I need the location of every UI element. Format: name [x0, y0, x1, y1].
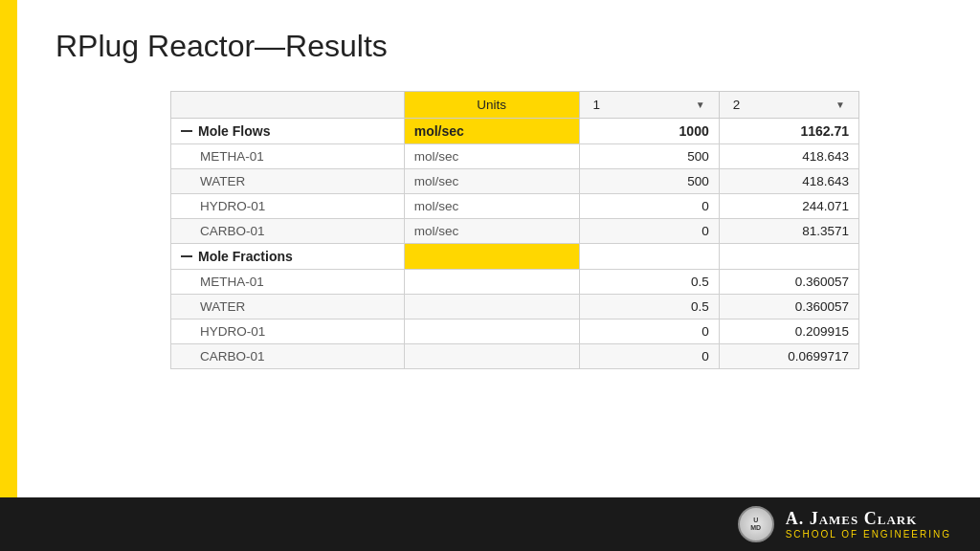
- section-header-1: Mole Fractions: [171, 244, 859, 270]
- row-label: HYDRO-01: [171, 320, 405, 344]
- row-col2-value: 0.0699717: [719, 344, 858, 369]
- header-col1-cell[interactable]: 1 ▼: [579, 92, 719, 119]
- table-row: HYDRO-01mol/sec0244.071: [171, 194, 859, 219]
- row-label: CARBO-01: [171, 344, 405, 369]
- table-row: CARBO-01mol/sec081.3571: [171, 219, 859, 244]
- section-header-col1-0: 1000: [579, 119, 719, 144]
- row-col1-value: 0.5: [579, 295, 719, 320]
- row-units: mol/sec: [404, 169, 579, 194]
- col2-header-inner: 2 ▼: [729, 98, 849, 112]
- page-title: RPlug Reactor—Results: [56, 29, 942, 64]
- school-name: A. James Clark: [786, 509, 918, 529]
- table-row: METHA-010.50.360057: [171, 270, 859, 295]
- university-logo-text: UMD: [750, 517, 761, 531]
- row-col1-value: 0: [579, 344, 719, 369]
- row-col2-value: 244.071: [719, 194, 858, 219]
- row-col1-value: 500: [579, 169, 719, 194]
- table-body: Mole Flowsmol/sec10001162.71METHA-01mol/…: [171, 119, 859, 369]
- footer-text-block: A. James Clark SCHOOL OF ENGINEERING: [786, 509, 951, 540]
- row-units: [404, 270, 579, 295]
- section-header-col2-0: 1162.71: [719, 119, 858, 144]
- table-row: WATER0.50.360057: [171, 295, 859, 320]
- row-col1-value: 0: [579, 320, 719, 344]
- row-col2-value: 418.643: [719, 169, 858, 194]
- collapse-icon[interactable]: [181, 255, 192, 257]
- row-col2-value: 81.3571: [719, 219, 858, 244]
- section-header-col1-1: [579, 244, 719, 270]
- collapse-icon[interactable]: [181, 130, 192, 132]
- table-header-row: Units 1 ▼ 2 ▼: [171, 92, 859, 119]
- results-table-wrapper: Units 1 ▼ 2 ▼ Mole: [170, 91, 859, 369]
- school-dept: SCHOOL OF ENGINEERING: [786, 529, 951, 540]
- row-col1-value: 500: [579, 144, 719, 169]
- row-col2-value: 0.360057: [719, 270, 858, 295]
- col2-dropdown-arrow[interactable]: ▼: [835, 99, 845, 110]
- col1-header-inner: 1 ▼: [590, 98, 709, 112]
- header-units-cell: Units: [404, 92, 579, 119]
- table-row: CARBO-0100.0699717: [171, 344, 859, 369]
- section-header-label-1: Mole Fractions: [171, 244, 405, 270]
- row-col1-value: 0: [579, 194, 719, 219]
- section-header-units-1: [404, 244, 579, 270]
- row-units: mol/sec: [404, 194, 579, 219]
- row-units: mol/sec: [404, 219, 579, 244]
- row-label: WATER: [171, 295, 405, 320]
- header-empty-cell: [171, 92, 405, 119]
- section-header-col2-1: [719, 244, 858, 270]
- row-units: [404, 344, 579, 369]
- row-col1-value: 0.5: [579, 270, 719, 295]
- main-content: RPlug Reactor—Results Units 1 ▼ 2: [17, 0, 980, 398]
- section-header-units-0: mol/sec: [404, 119, 579, 144]
- row-units: [404, 295, 579, 320]
- col2-label: 2: [733, 98, 741, 112]
- section-header-label-0: Mole Flows: [171, 119, 405, 144]
- row-units: [404, 320, 579, 344]
- row-col2-value: 0.209915: [719, 320, 858, 344]
- results-table: Units 1 ▼ 2 ▼ Mole: [170, 91, 859, 369]
- row-label: CARBO-01: [171, 219, 405, 244]
- footer: UMD A. James Clark SCHOOL OF ENGINEERING: [0, 497, 980, 551]
- row-label: HYDRO-01: [171, 194, 405, 219]
- row-units: mol/sec: [404, 144, 579, 169]
- section-header-0: Mole Flowsmol/sec10001162.71: [171, 119, 859, 144]
- col1-dropdown-arrow[interactable]: ▼: [696, 99, 705, 110]
- row-col1-value: 0: [579, 219, 719, 244]
- row-label: METHA-01: [171, 144, 405, 169]
- col1-label: 1: [593, 98, 601, 112]
- table-row: HYDRO-0100.209915: [171, 320, 859, 344]
- row-label: METHA-01: [171, 270, 405, 295]
- table-row: WATERmol/sec500418.643: [171, 169, 859, 194]
- row-col2-value: 418.643: [719, 144, 858, 169]
- row-label: WATER: [171, 169, 405, 194]
- row-col2-value: 0.360057: [719, 295, 858, 320]
- header-col2-cell[interactable]: 2 ▼: [719, 92, 858, 119]
- left-accent-bar: [0, 0, 17, 497]
- table-row: METHA-01mol/sec500418.643: [171, 144, 859, 169]
- university-logo: UMD: [738, 506, 774, 542]
